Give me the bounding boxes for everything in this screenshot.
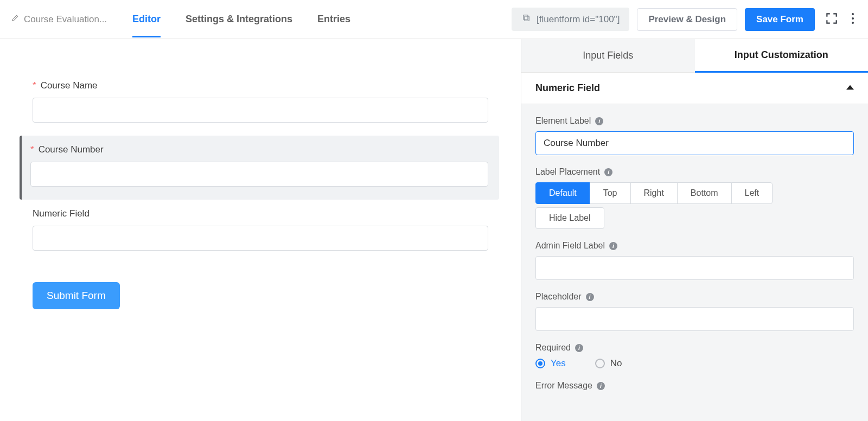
shortcode-text: [fluentform id="100"] (537, 14, 620, 25)
top-bar: Course Evaluation... Editor Settings & I… (0, 0, 868, 39)
placement-hide[interactable]: Hide Label (535, 207, 604, 229)
info-icon[interactable]: i (595, 117, 603, 125)
panel-tabs: Input Fields Input Customization (521, 39, 868, 73)
required-star: * (30, 144, 34, 155)
submit-button[interactable]: Submit Form (33, 282, 120, 309)
more-menu-icon[interactable] (848, 13, 857, 26)
admin-label-input[interactable] (535, 256, 854, 280)
setting-element-label: Element Label i (535, 116, 854, 155)
svg-rect-1 (524, 15, 528, 20)
setting-caption: Required i (535, 343, 854, 353)
nav-tabs: Editor Settings & Integrations Entries (132, 2, 350, 37)
setting-label-placement: Label Placement i Default Top Right Bott… (535, 167, 854, 229)
chevron-up-icon (846, 82, 854, 94)
setting-error-message: Error Message i (535, 381, 854, 391)
svg-point-2 (852, 13, 854, 15)
info-icon[interactable]: i (597, 382, 605, 390)
tab-editor[interactable]: Editor (132, 2, 161, 37)
radio-icon (535, 359, 545, 368)
placement-bottom[interactable]: Bottom (677, 182, 732, 204)
topbar-right: [fluentform id="100"] Preview & Design S… (512, 8, 857, 31)
setting-caption: Placeholder i (535, 292, 854, 302)
tab-input-customization[interactable]: Input Customization (695, 39, 869, 73)
setting-required: Required i Yes No (535, 343, 854, 369)
placeholder-input[interactable] (535, 307, 854, 331)
tab-settings[interactable]: Settings & Integrations (186, 2, 292, 37)
setting-caption: Error Message i (535, 381, 854, 391)
field-label: * Course Name (33, 80, 488, 91)
tab-input-fields[interactable]: Input Fields (521, 39, 695, 72)
required-radio-group: Yes No (535, 358, 854, 369)
setting-admin-label: Admin Field Label i (535, 241, 854, 280)
section-title: Numeric Field (535, 82, 600, 94)
side-panel: Input Fields Input Customization Numeric… (521, 39, 868, 421)
preview-button[interactable]: Preview & Design (637, 8, 737, 31)
shortcode-display[interactable]: [fluentform id="100"] (512, 8, 629, 31)
placement-top[interactable]: Top (590, 182, 631, 204)
info-icon[interactable]: i (575, 344, 583, 352)
info-icon[interactable]: i (586, 293, 594, 301)
setting-caption: Label Placement i (535, 167, 854, 177)
svg-point-3 (852, 17, 854, 20)
work-area: * Course Name * Course Number Numeric Fi… (0, 39, 868, 421)
required-star: * (33, 80, 36, 91)
text-input[interactable] (30, 162, 488, 187)
info-icon[interactable]: i (604, 168, 612, 176)
svg-point-4 (852, 22, 854, 24)
copy-icon (521, 13, 531, 25)
placement-button-group: Default Top Right Bottom Left (535, 182, 854, 204)
placement-left[interactable]: Left (731, 182, 773, 204)
field-label: * Course Number (30, 144, 488, 155)
setting-placeholder: Placeholder i (535, 292, 854, 331)
edit-icon (11, 14, 20, 25)
section-header[interactable]: Numeric Field (521, 73, 868, 104)
svg-rect-0 (525, 16, 529, 21)
fullscreen-icon[interactable] (822, 9, 841, 30)
tab-entries[interactable]: Entries (317, 2, 350, 37)
field-course-number[interactable]: * Course Number (20, 136, 499, 200)
field-label: Numeric Field (33, 208, 488, 219)
setting-caption: Element Label i (535, 116, 854, 126)
form-title[interactable]: Course Evaluation... (11, 14, 119, 25)
required-yes[interactable]: Yes (535, 358, 566, 369)
save-button[interactable]: Save Form (745, 8, 815, 31)
element-label-input[interactable] (535, 131, 854, 155)
form-title-text: Course Evaluation... (24, 14, 107, 25)
form-canvas: * Course Name * Course Number Numeric Fi… (0, 39, 521, 421)
placement-default[interactable]: Default (535, 182, 590, 204)
placement-right[interactable]: Right (630, 182, 678, 204)
radio-icon (595, 359, 605, 368)
text-input[interactable] (33, 98, 488, 123)
required-no[interactable]: No (595, 358, 622, 369)
panel-body: Element Label i Label Placement i Defaul… (521, 104, 868, 421)
info-icon[interactable]: i (609, 242, 617, 250)
field-course-name[interactable]: * Course Name (22, 72, 499, 136)
setting-caption: Admin Field Label i (535, 241, 854, 251)
text-input[interactable] (33, 226, 488, 251)
field-numeric[interactable]: Numeric Field (22, 200, 499, 264)
